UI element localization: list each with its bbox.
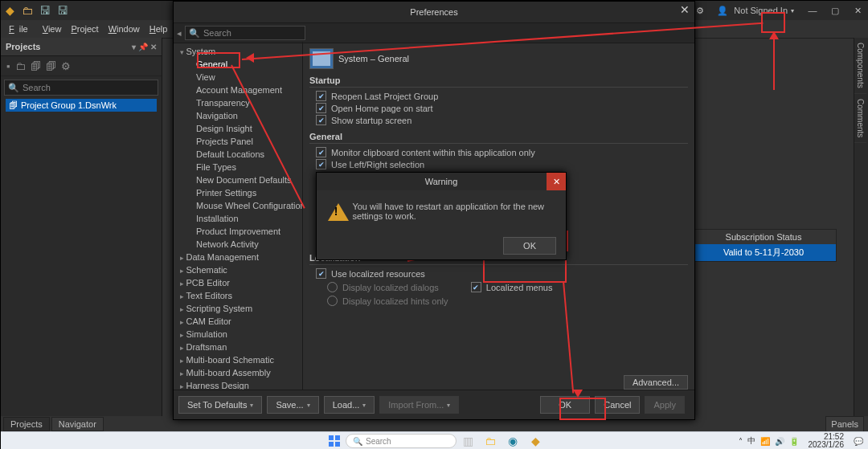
- subscription-status-panel: Subscription Status Valid to 5-11月-2030: [690, 229, 837, 262]
- tab-navigator[interactable]: Navigator: [51, 417, 104, 431]
- save-icon[interactable]: 🖫: [38, 3, 52, 18]
- tree-default-locations[interactable]: Default Locations: [174, 148, 302, 161]
- tree-general[interactable]: General: [174, 58, 302, 71]
- menu-window[interactable]: Window: [108, 24, 140, 34]
- taskbar-search-input[interactable]: 🔍Search: [346, 434, 457, 448]
- panels-button[interactable]: Panels: [825, 416, 864, 432]
- chk-reopen[interactable]: Reopen Last Project Group: [316, 91, 688, 101]
- tree-navigation[interactable]: Navigation: [174, 109, 302, 122]
- tree-simulation[interactable]: Simulation: [174, 328, 302, 341]
- tree-account[interactable]: Account Management: [174, 84, 302, 96]
- maximize-icon[interactable]: ▢: [824, 2, 846, 18]
- tree-product-improvement[interactable]: Product Improvement: [174, 225, 302, 238]
- projects-panel: Projects ▾ 📌 ✕ ▪ 🗀 🗐 🗐 ⚙ 🔍 Search 🗐 Proj…: [1, 38, 162, 416]
- tree-mouse-wheel[interactable]: Mouse Wheel Configuration: [174, 199, 302, 212]
- panel-dropdown-icon[interactable]: ▾ 📌 ✕: [132, 43, 157, 51]
- import-button[interactable]: Import From...▾: [379, 396, 459, 414]
- start-icon[interactable]: [326, 432, 343, 449]
- tree-text-editors[interactable]: Text Editors: [174, 289, 302, 302]
- tree-network-activity[interactable]: Network Activity: [174, 238, 302, 251]
- chk-locmenus[interactable]: Localized menus: [471, 282, 553, 292]
- project-group-item[interactable]: 🗐 Project Group 1.DsnWrk: [6, 99, 157, 112]
- app-taskbar-icon[interactable]: ◆: [526, 432, 544, 449]
- tree-projects-panel[interactable]: Projects Panel: [174, 135, 302, 148]
- menu-file[interactable]: File: [9, 24, 33, 34]
- search-icon: 🔍: [8, 83, 19, 93]
- tray-battery-icon[interactable]: 🔋: [789, 437, 799, 446]
- radio-disphints[interactable]: Display localized hints only: [327, 296, 688, 306]
- projects-search-input[interactable]: 🔍 Search: [4, 80, 158, 96]
- tree-harness[interactable]: Harness Design: [174, 379, 302, 390]
- chk-leftright[interactable]: Use Left/Right selection: [316, 159, 688, 169]
- radio-dispdlg[interactable]: Display localized dialogs: [327, 282, 439, 292]
- tree-design-insight[interactable]: Design Insight: [174, 122, 302, 135]
- chk-openhome-label: Open Home page on start: [331, 104, 433, 113]
- tree-new-doc[interactable]: New Document Defaults: [174, 173, 302, 186]
- tree-draftsman[interactable]: Draftsman: [174, 341, 302, 353]
- tree-cam-editor[interactable]: CAM Editor: [174, 315, 302, 328]
- tree-mb-schematic[interactable]: Multi-board Schematic: [174, 353, 302, 366]
- advanced-button[interactable]: Advanced...: [624, 375, 688, 390]
- toolbar-icon[interactable]: ▪: [6, 60, 10, 72]
- taskview-icon[interactable]: ▥: [459, 432, 477, 449]
- set-defaults-button[interactable]: Set To Defaults▾: [178, 396, 262, 414]
- tree-system[interactable]: System: [174, 45, 302, 58]
- projects-panel-header: Projects ▾ 📌 ✕: [1, 38, 162, 56]
- menu-project[interactable]: Project: [71, 24, 98, 34]
- search-icon: 🔍: [189, 28, 200, 39]
- tab-comments[interactable]: Comments: [854, 94, 866, 143]
- save-button[interactable]: Save...▾: [267, 396, 318, 414]
- chk-openhome[interactable]: Open Home page on start: [316, 103, 688, 113]
- close-icon[interactable]: ✕: [846, 2, 868, 18]
- signin-label[interactable]: Not Signed In: [734, 6, 788, 15]
- menu-help[interactable]: Help: [149, 24, 168, 34]
- project-group-label: Project Group 1.DsnWrk: [21, 100, 117, 110]
- warning-ok-button[interactable]: OK: [503, 237, 556, 255]
- menu-view[interactable]: View: [43, 24, 62, 34]
- load-button[interactable]: Load...▾: [324, 396, 375, 414]
- tray-chevron-icon[interactable]: ˄: [739, 437, 743, 446]
- tab-components[interactable]: Components: [854, 38, 866, 94]
- tree-transparency[interactable]: Transparency: [174, 96, 302, 109]
- chk-monitor[interactable]: Monitor clipboard content within this ap…: [316, 147, 688, 157]
- chk-showstartup[interactable]: Show startup screen: [316, 115, 688, 125]
- tree-view[interactable]: View: [174, 71, 302, 84]
- toolbar-icon[interactable]: 🗐: [46, 60, 56, 72]
- warning-icon: [328, 202, 344, 221]
- notifications-icon[interactable]: 💬: [854, 437, 863, 446]
- tree-pcb-editor[interactable]: PCB Editor: [174, 276, 302, 289]
- ok-button[interactable]: OK: [540, 396, 590, 414]
- tray-ime-icon[interactable]: 中: [747, 435, 755, 447]
- explorer-icon[interactable]: 🗀: [481, 432, 499, 449]
- tree-schematic[interactable]: Schematic: [174, 263, 302, 276]
- tree-data-management[interactable]: Data Management: [174, 251, 302, 263]
- tree-printer[interactable]: Printer Settings: [174, 186, 302, 199]
- preferences-close-icon[interactable]: ✕: [680, 3, 690, 16]
- save-all-icon[interactable]: 🖫: [55, 3, 70, 18]
- minimize-icon[interactable]: —: [801, 2, 824, 18]
- edge-icon[interactable]: ◉: [504, 432, 522, 449]
- cancel-button[interactable]: Cancel: [595, 396, 640, 414]
- toolbar-icon[interactable]: 🗐: [31, 60, 41, 72]
- taskbar-clock[interactable]: 21:52 2023/1/26: [806, 433, 847, 449]
- apply-button[interactable]: Apply: [645, 396, 685, 414]
- back-icon[interactable]: ◂: [177, 28, 182, 39]
- project-icon: 🗐: [9, 100, 18, 110]
- tray-volume-icon[interactable]: 🔊: [775, 437, 784, 446]
- tray-wifi-icon[interactable]: 📶: [760, 437, 770, 446]
- tree-scripting[interactable]: Scripting System: [174, 302, 302, 315]
- toolbar-icon[interactable]: 🗀: [15, 60, 26, 72]
- tree-file-types[interactable]: File Types: [174, 161, 302, 173]
- chk-uselocal[interactable]: Use localized resources: [316, 268, 688, 279]
- projects-panel-title: Projects: [6, 42, 40, 51]
- tab-projects[interactable]: Projects: [3, 417, 50, 431]
- warning-close-icon[interactable]: ✕: [547, 173, 566, 190]
- chk-reopen-label: Reopen Last Project Group: [331, 92, 438, 101]
- user-icon[interactable]: 👤: [714, 2, 731, 18]
- tree-installation[interactable]: Installation: [174, 212, 302, 225]
- open-icon[interactable]: 🗀: [20, 3, 35, 18]
- preferences-search-input[interactable]: 🔍 Search: [185, 26, 305, 40]
- tree-mb-assembly[interactable]: Multi-board Assembly: [174, 366, 302, 379]
- taskbar-date: 2023/1/26: [809, 441, 845, 449]
- toolbar-icon[interactable]: ⚙: [61, 60, 71, 72]
